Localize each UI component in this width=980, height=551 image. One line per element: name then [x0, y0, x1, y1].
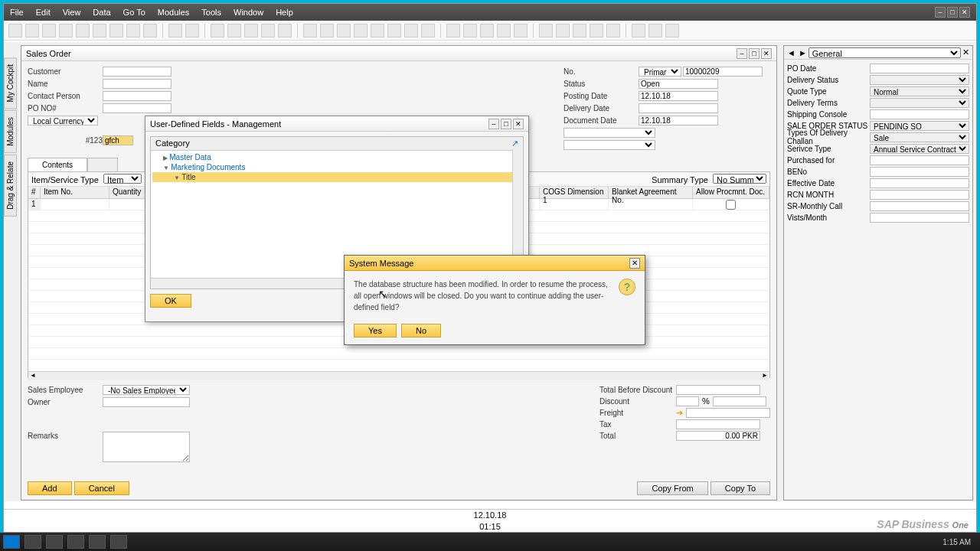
menu-data[interactable]: Data [93, 8, 110, 17]
udf-sostatus[interactable]: PENDING SO [870, 121, 969, 131]
primary-select[interactable]: Primary [639, 67, 681, 77]
tb-icon[interactable] [463, 24, 477, 37]
owner-input[interactable] [103, 397, 190, 407]
udf-podate[interactable] [870, 64, 969, 73]
close-icon[interactable]: ✕ [959, 7, 970, 18]
tb-icon[interactable] [514, 24, 528, 37]
udf-close-icon[interactable]: ✕ [962, 47, 969, 57]
tb-icon[interactable] [590, 24, 603, 37]
docdate-input[interactable] [639, 116, 718, 126]
menu-window[interactable]: Window [234, 8, 263, 17]
taskbar-icon[interactable] [46, 535, 63, 549]
udf-vists[interactable] [870, 213, 969, 223]
tb-icon[interactable] [497, 24, 511, 37]
pono-input[interactable] [103, 103, 172, 113]
menu-tools[interactable]: Tools [201, 8, 221, 17]
menu-help[interactable]: Help [276, 8, 293, 17]
discount-pct[interactable] [676, 396, 699, 406]
so-max-icon[interactable]: □ [749, 48, 760, 59]
copyfrom-button[interactable]: Copy From [637, 481, 707, 495]
discount-amt[interactable] [713, 396, 766, 406]
tb-icon[interactable] [665, 24, 679, 37]
udf-shipping[interactable] [870, 109, 969, 119]
tb-icon[interactable] [303, 24, 317, 37]
tb-icon[interactable] [446, 24, 460, 37]
udfm-min-icon[interactable]: – [488, 119, 499, 129]
tb-icon[interactable] [227, 24, 241, 37]
ok-button[interactable]: OK [150, 294, 191, 308]
tb-icon[interactable] [261, 24, 275, 37]
tree-marketing-docs[interactable]: Marketing Documents [152, 162, 521, 172]
tb-icon[interactable] [185, 24, 199, 37]
freight-input[interactable] [686, 408, 770, 418]
tb-icon[interactable] [244, 24, 258, 37]
udfm-max-icon[interactable]: □ [501, 119, 511, 129]
tb-icon[interactable] [109, 24, 123, 37]
contact-input[interactable] [103, 91, 172, 101]
tb-icon[interactable] [211, 24, 224, 37]
cancel-button[interactable]: Cancel [74, 481, 129, 495]
tb-icon[interactable] [25, 24, 39, 37]
tb-icon[interactable] [168, 24, 182, 37]
blank-select2[interactable] [564, 140, 655, 150]
start-icon[interactable] [3, 535, 20, 549]
tb-icon[interactable] [126, 24, 140, 37]
posting-input[interactable] [639, 91, 718, 101]
tb-icon[interactable] [76, 24, 90, 37]
tb-icon[interactable] [278, 24, 292, 37]
docnum-input[interactable] [683, 67, 763, 77]
menu-file[interactable]: File [10, 8, 24, 17]
tb-icon[interactable] [8, 24, 22, 37]
tb-icon[interactable] [606, 24, 620, 37]
tb-icon[interactable] [337, 24, 351, 37]
menu-goto[interactable]: Go To [123, 8, 145, 17]
menu-edit[interactable]: Edit [36, 8, 51, 17]
so-min-icon[interactable]: – [737, 48, 747, 59]
no-button[interactable]: No [401, 324, 441, 337]
itemservice-select[interactable]: Item [103, 174, 142, 184]
tb-icon[interactable] [320, 24, 334, 37]
tb-icon[interactable] [371, 24, 384, 37]
udf-srmonthly[interactable] [870, 201, 969, 211]
menu-modules[interactable]: Modules [158, 8, 190, 17]
t123-input[interactable] [103, 135, 133, 145]
customer-input[interactable] [103, 67, 172, 77]
taskbar-icon[interactable] [89, 535, 106, 549]
tb-icon[interactable] [556, 24, 570, 37]
udfm-close-icon[interactable]: ✕ [513, 119, 524, 129]
allow-checkbox[interactable] [726, 200, 736, 210]
currency-select[interactable]: Local Currency [28, 116, 98, 126]
taskbar-icon[interactable] [24, 535, 41, 549]
tb-icon[interactable] [632, 24, 645, 37]
so-close-icon[interactable]: ✕ [761, 48, 772, 59]
udf-effdate[interactable] [870, 178, 969, 188]
side-tab-cockpit[interactable]: My Cockpit [4, 57, 17, 109]
tree-title[interactable]: Title [152, 172, 521, 182]
nav-left-icon[interactable]: ◄ [787, 48, 795, 57]
tb-icon[interactable] [354, 24, 368, 37]
expand-icon[interactable]: ↗ [511, 139, 518, 148]
tb-icon[interactable] [387, 24, 401, 37]
arrow-icon[interactable]: ➔ [676, 408, 683, 418]
menu-view[interactable]: View [63, 8, 81, 17]
tb-icon[interactable] [93, 24, 106, 37]
udf-servicetype[interactable]: Annual Service Contract [870, 144, 969, 154]
side-tab-modules[interactable]: Modules [4, 110, 17, 153]
yes-button[interactable]: Yes [354, 324, 397, 337]
nav-right-icon[interactable]: ► [799, 48, 807, 57]
side-tab-drag[interactable]: Drag & Relate [4, 155, 17, 217]
tb-icon[interactable] [539, 24, 553, 37]
name-input[interactable] [103, 79, 172, 89]
remarks-input[interactable] [103, 432, 190, 462]
tb-icon[interactable] [143, 24, 157, 37]
tb-icon[interactable] [59, 24, 73, 37]
minimize-icon[interactable]: – [935, 7, 946, 18]
udf-rcn[interactable] [870, 190, 969, 200]
tab-contents[interactable]: Contents [28, 158, 87, 171]
udf-typesdel[interactable]: Sale [870, 132, 969, 142]
grid-hscroll[interactable] [28, 371, 769, 380]
add-button[interactable]: Add [28, 481, 72, 495]
delivery-input[interactable] [639, 103, 718, 113]
blank-select1[interactable] [564, 128, 655, 138]
udf-general-select[interactable]: General [808, 47, 961, 58]
